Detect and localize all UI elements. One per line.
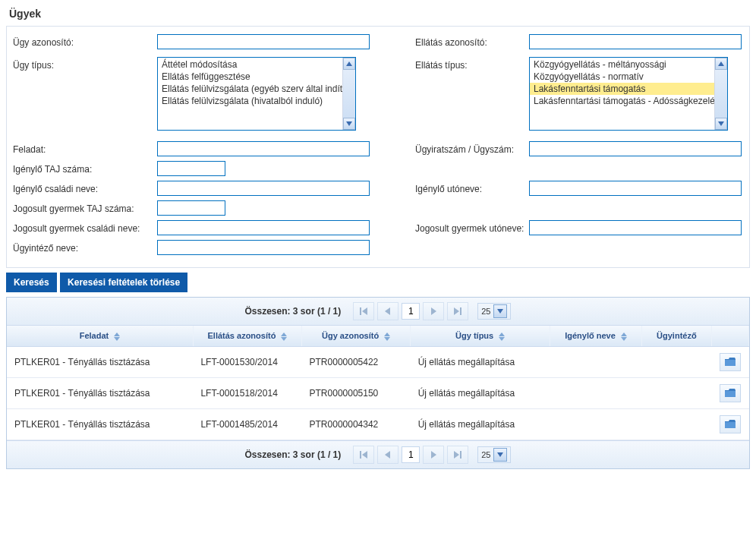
ugy-azonosito-input[interactable] — [157, 34, 370, 49]
igenylo-csaladi-input[interactable] — [157, 181, 370, 196]
jogosult-csaladi-input[interactable] — [157, 220, 370, 235]
listbox-option[interactable]: Közgyógyellátás - normatív — [530, 71, 714, 83]
ugyintezo-label: Ügyintéző neve: — [13, 240, 157, 255]
sort-icon — [621, 333, 627, 341]
open-folder-button[interactable] — [720, 415, 741, 433]
scroll-down-icon[interactable] — [715, 118, 727, 130]
igenylo-csaladi-label: Igénylő családi neve: — [13, 181, 157, 196]
igenylo-taj-input[interactable] — [157, 161, 225, 176]
scrollbar[interactable] — [342, 58, 355, 130]
scroll-up-icon[interactable] — [343, 58, 355, 70]
scrollbar[interactable] — [714, 58, 727, 130]
table-cell: Új ellátás megállapítása — [411, 377, 550, 408]
th-ugy-azonosito[interactable]: Ügy azonosító — [302, 326, 411, 346]
page-size-value: 25 — [481, 307, 490, 316]
chevron-down-icon — [493, 448, 507, 462]
feladat-input[interactable] — [157, 141, 370, 156]
th-feladat-label: Feladat — [80, 331, 109, 340]
table-action-cell — [711, 346, 748, 377]
table-cell: Új ellátás megállapítása — [411, 346, 550, 377]
th-action — [711, 326, 748, 346]
clear-filters-button[interactable]: Keresési feltételek törlése — [60, 273, 187, 292]
jogosult-uto-label: Jogosult gyermek utóneve: — [415, 220, 529, 235]
th-ugy-tipus[interactable]: Ügy típus — [411, 326, 550, 346]
table-cell: PTLKER01 - Tényállás tisztázása — [7, 346, 193, 377]
ugy-tipus-listbox[interactable]: Áttétel módosításaEllátás felfüggesztése… — [157, 57, 356, 131]
pager-first-button[interactable] — [353, 302, 374, 320]
listbox-option[interactable]: Ellátás felülvizsgálata (egyéb szerv ált… — [158, 83, 342, 95]
th-igenylo-label: Igénylő neve — [565, 331, 616, 340]
th-ugyintezo[interactable]: Ügyintéző — [641, 326, 711, 346]
folder-icon — [725, 358, 736, 366]
table-cell: PTR0000004342 — [302, 408, 411, 440]
table-cell — [641, 377, 711, 408]
scroll-down-icon[interactable] — [343, 118, 355, 130]
chevron-down-icon — [493, 304, 507, 318]
igenylo-taj-label: Igénylő TAJ száma: — [13, 161, 157, 176]
pager-next-button[interactable] — [423, 302, 444, 320]
ugyiratszam-label: Ügyiratszám / Ügyszám: — [415, 141, 529, 156]
table-cell — [550, 346, 642, 377]
scroll-up-icon[interactable] — [715, 58, 727, 70]
feladat-label: Feladat: — [13, 141, 157, 156]
jogosult-taj-label: Jogosult gyermek TAJ száma: — [13, 200, 157, 216]
table-cell: PTLKER01 - Tényállás tisztázása — [7, 408, 193, 440]
sort-icon — [281, 333, 287, 341]
pager-first-button[interactable] — [353, 446, 374, 464]
th-ellatas-label: Ellátás azonosító — [208, 331, 276, 340]
pager-page-input[interactable] — [402, 303, 420, 320]
page-size-select[interactable]: 25 — [477, 303, 511, 320]
table-action-cell — [711, 377, 748, 408]
table-cell: LFT-0001485/2014 — [193, 408, 301, 440]
ugy-tipus-label: Ügy típus: — [13, 57, 157, 131]
ugy-azonosito-label: Ügy azonosító: — [13, 34, 157, 49]
th-ellatas-azonosito[interactable]: Ellátás azonosító — [193, 326, 301, 346]
listbox-option[interactable]: Közgyógyellátás - méltányossági — [530, 58, 714, 71]
pager-bottom: Összesen: 3 sor (1 / 1) 25 — [7, 440, 749, 468]
sort-icon — [499, 333, 505, 341]
th-igenylo-neve[interactable]: Igénylő neve — [550, 326, 642, 346]
igenylo-uto-input[interactable] — [529, 181, 742, 196]
ugyiratszam-input[interactable] — [529, 141, 742, 156]
sort-icon — [114, 333, 120, 341]
search-button[interactable]: Keresés — [6, 273, 57, 292]
table-cell — [641, 346, 711, 377]
listbox-option[interactable]: Lakásfenntartási támogatás — [530, 83, 714, 95]
pager-last-button[interactable] — [447, 446, 468, 464]
page-size-select[interactable]: 25 — [477, 446, 511, 463]
table-cell: PTR0000005150 — [302, 377, 411, 408]
ugyintezo-input[interactable] — [157, 240, 370, 255]
sort-icon — [384, 333, 390, 341]
table-cell — [641, 408, 711, 440]
ellatas-tipus-listbox[interactable]: Közgyógyellátás - méltányosságiKözgyógye… — [529, 57, 728, 131]
listbox-option[interactable]: Ellátás felülvizsgálata (hivatalból indu… — [158, 95, 342, 107]
open-folder-button[interactable] — [720, 384, 741, 402]
listbox-option[interactable]: Lakásfenntartási támogatás - Adósságkeze… — [530, 95, 714, 107]
th-ugyintezo-label: Ügyintéző — [657, 331, 697, 340]
page-size-value: 25 — [481, 450, 490, 459]
ellatas-azonosito-input[interactable] — [529, 34, 742, 49]
ellatas-azonosito-label: Ellátás azonosító: — [415, 34, 529, 49]
listbox-option[interactable]: Ellátás felfüggesztése — [158, 71, 342, 83]
pager-next-button[interactable] — [423, 446, 444, 464]
listbox-option[interactable]: Áttétel módosítása — [158, 58, 342, 71]
pager-page-input[interactable] — [402, 446, 420, 463]
filter-panel: Ügy azonosító: Ellátás azonosító: Ügy tí… — [6, 26, 750, 268]
table-cell — [550, 408, 642, 440]
page: Ügyek Ügy azonosító: Ellátás azonosító: … — [0, 0, 756, 475]
table-cell: LFT-0001518/2014 — [193, 377, 301, 408]
pager-prev-button[interactable] — [377, 302, 398, 320]
th-tipus-label: Ügy típus — [455, 331, 493, 340]
jogosult-uto-input[interactable] — [529, 220, 742, 235]
pager-summary: Összesen: 3 sor (1 / 1) — [245, 449, 342, 460]
folder-icon — [725, 420, 736, 428]
table-row: PTLKER01 - Tényállás tisztázásaLFT-00014… — [7, 408, 749, 440]
pager-last-button[interactable] — [447, 302, 468, 320]
open-folder-button[interactable] — [720, 353, 741, 371]
jogosult-taj-input[interactable] — [157, 200, 225, 216]
th-feladat[interactable]: Feladat — [7, 326, 193, 346]
folder-icon — [725, 389, 736, 397]
table-cell: LFT-0001530/2014 — [193, 346, 301, 377]
pager-summary: Összesen: 3 sor (1 / 1) — [245, 306, 342, 317]
pager-prev-button[interactable] — [377, 446, 398, 464]
